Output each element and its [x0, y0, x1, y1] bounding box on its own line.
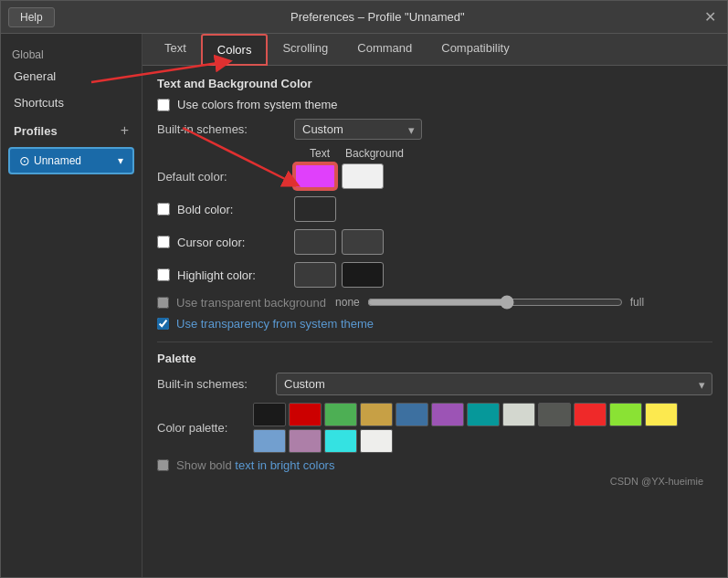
- palette-swatch-4[interactable]: [396, 403, 428, 426]
- transparent-bg-row: Use transparent background none full: [157, 295, 712, 310]
- tab-text[interactable]: Text: [150, 34, 201, 66]
- cursor-bg-color-swatch[interactable]: [342, 229, 384, 255]
- sidebar-item-shortcuts[interactable]: Shortcuts: [1, 89, 142, 116]
- default-text-color-swatch[interactable]: [294, 163, 336, 189]
- palette-swatch-11[interactable]: [645, 403, 678, 426]
- cursor-color-checkbox[interactable]: [157, 236, 170, 248]
- show-bold-label: Show bold text in bright colors: [176, 458, 334, 472]
- full-label: full: [630, 296, 644, 309]
- chevron-down-icon: ▾: [118, 154, 123, 167]
- transparency-system-row: Use transparency from system theme: [157, 317, 712, 331]
- builtin-schemes-select[interactable]: Custom: [294, 119, 422, 140]
- transparent-bg-label: Use transparent background: [176, 296, 326, 310]
- tab-scrolling[interactable]: Scrolling: [268, 34, 343, 66]
- sidebar: Global General Shortcuts Profiles + ⊙ Un…: [1, 34, 142, 577]
- palette-swatch-1[interactable]: [289, 403, 322, 426]
- use-system-colors-label: Use colors from system theme: [177, 98, 338, 111]
- profile-name-label: Unnamed: [34, 154, 81, 167]
- bold-color-row: Bold color:: [157, 196, 712, 222]
- palette-color-label: Color palette:: [157, 421, 253, 435]
- bold-color-label: Bold color:: [177, 203, 233, 216]
- palette-swatch-5[interactable]: [431, 403, 464, 426]
- text-col-header: Text: [294, 147, 345, 160]
- palette-swatch-13[interactable]: [289, 429, 322, 453]
- highlight-color-label: Highlight color:: [177, 268, 256, 282]
- tab-command[interactable]: Command: [343, 34, 427, 66]
- palette-swatch-8[interactable]: [538, 403, 571, 426]
- sidebar-profile-unnamed[interactable]: ⊙ Unnamed ▾: [8, 147, 134, 174]
- profile-check-icon: ⊙: [19, 153, 30, 168]
- tab-compatibility[interactable]: Compatibility: [427, 34, 523, 66]
- tab-bar: Text Colors Scrolling Command Compatibil…: [142, 34, 727, 66]
- none-label: none: [335, 296, 360, 309]
- highlight-color-row: Highlight color:: [157, 262, 712, 288]
- section-title-text-bg: Text and Background Color: [157, 77, 712, 90]
- palette-swatch-0[interactable]: [253, 403, 286, 426]
- palette-swatch-12[interactable]: [253, 429, 286, 453]
- colors-panel: Text and Background Color Use colors fro…: [142, 66, 727, 499]
- palette-colors-row: Color palette:: [157, 403, 712, 453]
- palette-section: Palette Built-in schemes: Custom Color p…: [157, 342, 712, 472]
- palette-select-wrapper: Custom: [276, 373, 712, 395]
- builtin-schemes-row: Built-in schemes: Custom: [157, 119, 712, 140]
- highlight-text-color-swatch[interactable]: [294, 262, 336, 288]
- palette-swatch-3[interactable]: [360, 403, 393, 426]
- default-color-row: Default color:: [157, 163, 712, 189]
- transparency-system-label: Use transparency from system theme: [176, 317, 374, 331]
- palette-swatch-9[interactable]: [574, 403, 607, 426]
- cursor-color-row: Cursor color:: [157, 229, 712, 255]
- default-bg-color-swatch[interactable]: [342, 163, 384, 189]
- sidebar-profiles-header: Profiles +: [1, 116, 142, 145]
- sidebar-item-general[interactable]: General: [1, 63, 142, 89]
- watermark: CSDN @YX-hueimie: [157, 472, 712, 489]
- show-bold-row: Show bold text in bright colors: [157, 458, 712, 472]
- close-button[interactable]: ✕: [701, 8, 720, 26]
- sidebar-profiles-label: Profiles: [14, 124, 58, 138]
- add-profile-button[interactable]: +: [121, 122, 129, 139]
- palette-swatch-10[interactable]: [609, 403, 642, 426]
- builtin-schemes-select-wrapper: Custom: [294, 119, 422, 140]
- help-button[interactable]: Help: [8, 7, 55, 27]
- show-bold-highlight: text in bright colors: [235, 458, 334, 472]
- window-title: Preferences – Profile "Unnamed": [55, 10, 701, 24]
- palette-title: Palette: [157, 352, 712, 365]
- color-col-headers: Text Background: [294, 147, 712, 160]
- content-area: Text Colors Scrolling Command Compatibil…: [142, 34, 727, 577]
- bg-col-header: Background: [345, 147, 396, 160]
- transparent-bg-checkbox[interactable]: [157, 297, 169, 309]
- default-color-label: Default color:: [157, 170, 294, 184]
- use-system-colors-row: Use colors from system theme: [157, 98, 712, 111]
- tab-colors[interactable]: Colors: [201, 34, 269, 66]
- palette-swatch-7[interactable]: [502, 403, 535, 426]
- use-system-colors-checkbox[interactable]: [157, 99, 170, 111]
- palette-scheme-select[interactable]: Custom: [276, 373, 712, 395]
- bold-text-color-swatch[interactable]: [294, 196, 336, 222]
- builtin-schemes-label: Built-in schemes:: [157, 122, 294, 136]
- palette-swatch-2[interactable]: [324, 403, 357, 426]
- palette-swatch-6[interactable]: [467, 403, 500, 426]
- cursor-color-label: Cursor color:: [177, 236, 245, 249]
- sidebar-global-label: Global: [1, 43, 142, 63]
- highlight-bg-color-swatch[interactable]: [342, 262, 384, 288]
- transparency-slider[interactable]: [367, 295, 623, 310]
- palette-builtin-label: Built-in schemes:: [157, 377, 276, 391]
- show-bold-checkbox[interactable]: [157, 459, 169, 471]
- bold-color-checkbox[interactable]: [157, 203, 170, 215]
- palette-swatch-14[interactable]: [324, 429, 357, 453]
- highlight-color-checkbox[interactable]: [157, 268, 170, 281]
- palette-swatches: [253, 403, 712, 453]
- palette-swatch-15[interactable]: [360, 429, 393, 453]
- palette-scheme-row: Built-in schemes: Custom: [157, 373, 712, 395]
- transparency-system-checkbox[interactable]: [157, 318, 169, 330]
- cursor-text-color-swatch[interactable]: [294, 229, 336, 255]
